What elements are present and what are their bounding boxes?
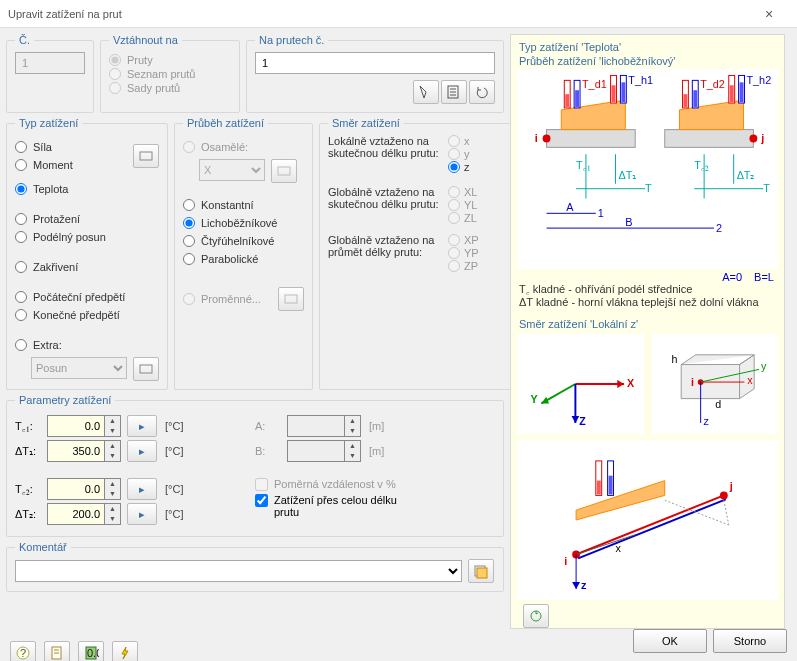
naprutech-input[interactable] bbox=[255, 52, 495, 74]
c-input bbox=[15, 52, 85, 74]
diagram-axes1: X Y Z bbox=[517, 334, 644, 434]
radio-protazeni[interactable] bbox=[15, 213, 27, 225]
dt1-unit-btn[interactable]: ▸ bbox=[127, 440, 157, 462]
komentar-select[interactable] bbox=[15, 560, 462, 582]
tc1-input[interactable] bbox=[47, 415, 105, 437]
radio-pruty bbox=[109, 54, 121, 66]
svg-rect-6 bbox=[477, 568, 487, 578]
radio-zakriveni[interactable] bbox=[15, 261, 27, 273]
svg-text:1: 1 bbox=[598, 207, 604, 219]
legend-smer: Směr zatížení bbox=[328, 117, 404, 129]
tc2-unit-btn[interactable]: ▸ bbox=[127, 478, 157, 500]
radio-parabolicke[interactable] bbox=[183, 253, 195, 265]
close-icon[interactable]: × bbox=[749, 6, 789, 22]
radio-seznam bbox=[109, 68, 121, 80]
radio-konstantni[interactable] bbox=[183, 199, 195, 211]
a-input bbox=[287, 415, 345, 437]
svg-text:B: B bbox=[625, 216, 632, 228]
dt1-spinner[interactable]: ▲▼ bbox=[105, 440, 121, 462]
osamele-lib-icon bbox=[271, 159, 297, 183]
dt2-spinner[interactable]: ▲▼ bbox=[105, 503, 121, 525]
radio-promenne bbox=[183, 293, 195, 305]
radio-zl bbox=[448, 212, 460, 224]
svg-text:d: d bbox=[715, 398, 721, 410]
radio-xp bbox=[448, 234, 460, 246]
svg-point-9 bbox=[543, 135, 551, 143]
tc2-spinner[interactable]: ▲▼ bbox=[105, 478, 121, 500]
cancel-button[interactable]: Storno bbox=[713, 629, 787, 653]
svg-rect-26 bbox=[693, 90, 697, 107]
radio-konecne[interactable] bbox=[15, 309, 27, 321]
radio-y bbox=[448, 148, 460, 160]
radio-podelny[interactable] bbox=[15, 231, 27, 243]
svg-text:i: i bbox=[535, 132, 538, 144]
legend-komentar: Komentář bbox=[15, 541, 71, 553]
calc-icon[interactable]: 0.00 bbox=[78, 641, 104, 661]
preview-hdr2: Směr zatížení 'Lokální z' bbox=[519, 318, 776, 330]
bolt-icon[interactable] bbox=[112, 641, 138, 661]
b-spinner: ▲▼ bbox=[345, 440, 361, 462]
tc1-spinner[interactable]: ▲▼ bbox=[105, 415, 121, 437]
svg-text:ΔT₁: ΔT₁ bbox=[618, 169, 636, 181]
svg-text:T_h2: T_h2 bbox=[746, 74, 771, 86]
svg-marker-52 bbox=[617, 380, 624, 388]
list-icon[interactable] bbox=[441, 80, 467, 104]
svg-text:T_h1: T_h1 bbox=[628, 74, 653, 86]
radio-yp bbox=[448, 247, 460, 259]
radio-extra[interactable] bbox=[15, 339, 27, 351]
fieldset-vztahnout: Vztáhnout na Pruty Seznam prutů Sady pru… bbox=[100, 34, 240, 113]
svg-text:T_d1: T_d1 bbox=[582, 78, 607, 90]
komentar-lib-icon[interactable] bbox=[468, 559, 494, 583]
help-icon[interactable]: ? bbox=[10, 641, 36, 661]
svg-text:T: T bbox=[763, 182, 770, 194]
radio-ctyruhelnikove[interactable] bbox=[183, 235, 195, 247]
tc1-unit-btn[interactable]: ▸ bbox=[127, 415, 157, 437]
svg-line-85 bbox=[665, 500, 729, 525]
svg-text:z: z bbox=[581, 579, 587, 591]
extra-lib-icon[interactable] bbox=[133, 357, 159, 381]
svg-rect-1 bbox=[140, 152, 152, 160]
radio-osamele bbox=[183, 141, 195, 153]
dt1-input[interactable] bbox=[47, 440, 105, 462]
legend-params: Parametry zatížení bbox=[15, 394, 115, 406]
svg-rect-30 bbox=[740, 82, 744, 102]
svg-text:j: j bbox=[729, 480, 733, 492]
tc2-input[interactable] bbox=[47, 478, 105, 500]
radio-zp bbox=[448, 260, 460, 272]
chk-celadelka[interactable] bbox=[255, 494, 268, 507]
radio-pocatecni[interactable] bbox=[15, 291, 27, 303]
diagram-axes2: i x y z hd bbox=[652, 334, 779, 434]
legend-c: Č. bbox=[15, 34, 34, 46]
svg-text:i: i bbox=[564, 555, 567, 567]
dt2-unit-btn[interactable]: ▸ bbox=[127, 503, 157, 525]
svg-rect-16 bbox=[575, 90, 579, 107]
radio-teplota[interactable] bbox=[15, 183, 27, 195]
svg-point-78 bbox=[720, 491, 728, 499]
svg-line-86 bbox=[724, 500, 729, 525]
radio-lichobeznikove[interactable] bbox=[183, 217, 195, 229]
radio-moment[interactable] bbox=[15, 159, 27, 171]
svg-rect-28 bbox=[730, 85, 734, 102]
note-icon[interactable] bbox=[44, 641, 70, 661]
typ-lib-icon[interactable] bbox=[133, 144, 159, 168]
svg-text:Z: Z bbox=[579, 415, 586, 427]
pick-icon[interactable] bbox=[413, 80, 439, 104]
b-input bbox=[287, 440, 345, 462]
svg-text:T: T bbox=[645, 182, 652, 194]
preview-hdr1b: Průběh zatížení 'lichoběžníkový' bbox=[519, 55, 776, 67]
svg-rect-20 bbox=[621, 82, 625, 102]
fieldset-prubeh: Průběh zatížení Osamělé: X Konstantní Li… bbox=[174, 117, 313, 390]
radio-z[interactable] bbox=[448, 161, 460, 173]
svg-text:i: i bbox=[690, 376, 693, 388]
legend-vztahnout: Vztáhnout na bbox=[109, 34, 182, 46]
radio-sila[interactable] bbox=[15, 141, 27, 153]
preview-refresh-icon[interactable] bbox=[523, 604, 549, 628]
diagram-member: i j x z bbox=[517, 440, 778, 600]
svg-rect-4 bbox=[285, 295, 297, 303]
dt2-input[interactable] bbox=[47, 503, 105, 525]
svg-text:z: z bbox=[703, 415, 708, 427]
svg-text:X: X bbox=[627, 377, 635, 389]
undo-icon[interactable] bbox=[469, 80, 495, 104]
ok-button[interactable]: OK bbox=[633, 629, 707, 653]
radio-xl bbox=[448, 186, 460, 198]
